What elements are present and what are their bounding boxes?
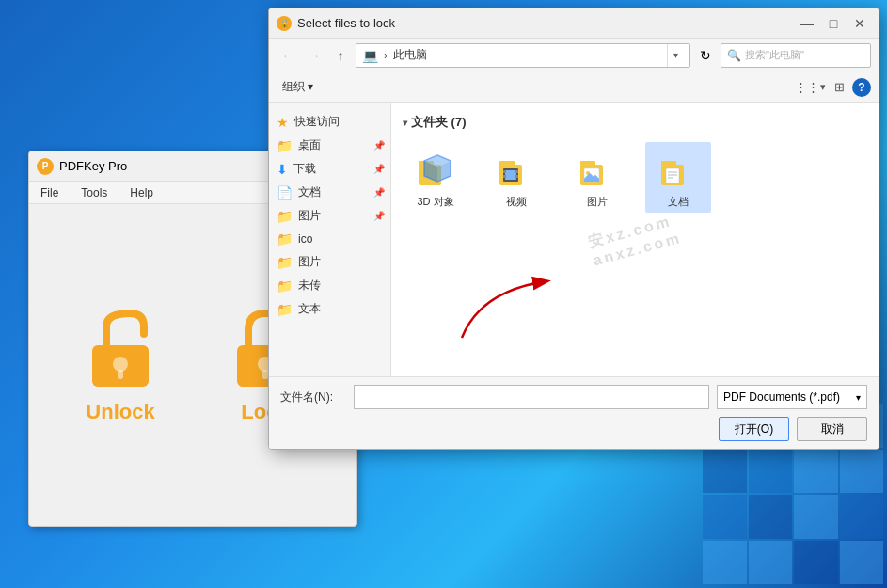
text-icon: 📁: [277, 302, 293, 317]
filename-input[interactable]: [354, 385, 709, 409]
address-toolbar: ← → ↑ 💻 › 此电脑 ▾ ↻ 🔍 搜索"此电脑": [269, 39, 879, 72]
watermark: 安xz.comanxz.com: [586, 210, 684, 269]
documents-icon: 📄: [277, 185, 293, 200]
pictures-label: 图片: [587, 195, 608, 209]
folders-section-label: 文件夹 (7): [411, 114, 467, 131]
view-details-button[interactable]: ⋮⋮: [796, 76, 818, 99]
help-button[interactable]: ?: [852, 78, 871, 97]
downloads-icon: ⬇: [277, 162, 288, 177]
refresh-button[interactable]: ↻: [694, 44, 717, 67]
file-item-documents[interactable]: 文档: [645, 142, 711, 213]
titlebar-controls: — □ ✕: [796, 14, 871, 33]
file-grid: 3D 对象: [399, 138, 871, 216]
nav-unuploaded[interactable]: 📁 未传: [269, 274, 390, 297]
close-button[interactable]: ✕: [848, 14, 871, 33]
documents-label: 文档: [668, 195, 689, 209]
back-button[interactable]: ←: [277, 44, 299, 67]
dialog-title-text: Select files to lock: [297, 16, 796, 30]
svg-point-1: [113, 357, 128, 372]
view-buttons: ⋮⋮ ▾ ⊞ ?: [796, 76, 871, 99]
nav-downloads-label: 下载: [293, 161, 316, 177]
pictures-folder-icon: [577, 148, 618, 189]
file-item-video[interactable]: 视频: [483, 142, 549, 213]
dialog-title-icon: 🔒: [277, 16, 292, 31]
quick-access-icon: ★: [277, 115, 289, 130]
pictures-thumb: [575, 146, 620, 191]
address-bar[interactable]: 💻 › 此电脑 ▾: [356, 43, 690, 68]
menu-tools[interactable]: Tools: [77, 184, 111, 201]
filename-row: 文件名(N): PDF Documents (*.pdf) ▾: [280, 385, 867, 409]
nav-documents[interactable]: 📄 文档 📌: [269, 181, 390, 204]
file-item-3d-objects[interactable]: 3D 对象: [403, 142, 468, 213]
svg-rect-17: [503, 175, 506, 178]
up-button[interactable]: ↑: [329, 44, 352, 67]
downloads-pin-icon: 📌: [373, 164, 385, 174]
nav-text[interactable]: 📁 文本: [269, 297, 390, 321]
documents-pin-icon: 📌: [373, 187, 385, 198]
organize-button[interactable]: 组织 ▾: [277, 77, 319, 97]
svg-rect-21: [580, 161, 595, 167]
3d-objects-thumb: [413, 146, 458, 191]
video-thumb: [494, 146, 539, 191]
address-dropdown-button[interactable]: ▾: [667, 44, 684, 67]
nav-documents-label: 文档: [298, 184, 321, 200]
nav-text-label: 文本: [298, 301, 321, 317]
nav-pictures[interactable]: 📁 图片 📌: [269, 204, 390, 228]
forward-button[interactable]: →: [303, 44, 325, 67]
nav-pane: ★ 快速访问 📁 桌面 📌 ⬇ 下载 📌 📄 文档 📌 📁 图片 �: [269, 103, 391, 376]
action-row: 打开(O) 取消: [280, 417, 867, 441]
nav-ico[interactable]: 📁 ico: [269, 228, 390, 250]
nav-unuploaded-label: 未传: [298, 278, 321, 294]
filetype-dropdown-icon: ▾: [856, 392, 861, 403]
svg-rect-16: [503, 170, 506, 173]
3d-objects-label: 3D 对象: [417, 195, 453, 209]
filetype-label: PDF Documents (*.pdf): [723, 390, 840, 404]
nav-pictures2[interactable]: 📁 图片: [269, 250, 390, 274]
menu-help[interactable]: Help: [126, 184, 157, 201]
pictures-icon: 📁: [277, 209, 293, 224]
unuploaded-icon: 📁: [277, 278, 293, 294]
nav-ico-label: ico: [298, 232, 312, 246]
nav-downloads[interactable]: ⬇ 下载 📌: [269, 157, 390, 181]
open-button[interactable]: 打开(O): [719, 417, 789, 441]
unlock-label: Unlock: [86, 400, 154, 424]
maximize-button[interactable]: □: [822, 14, 845, 33]
search-placeholder: 搜索"此电脑": [745, 48, 804, 62]
unlock-container[interactable]: Unlock: [78, 306, 163, 424]
nav-pictures2-label: 图片: [298, 254, 321, 270]
svg-rect-27: [666, 168, 679, 183]
folders-section-header: ▾ 文件夹 (7): [399, 110, 871, 138]
dialog-titlebar: 🔒 Select files to lock — □ ✕: [269, 8, 879, 39]
view-dropdown-button[interactable]: ▾: [820, 81, 826, 93]
ico-icon: 📁: [277, 231, 293, 246]
nav-pictures-label: 图片: [298, 208, 321, 224]
file-dialog: 🔒 Select files to lock — □ ✕ ← → ↑ 💻 › 此…: [268, 8, 879, 450]
path-separator: ›: [384, 49, 388, 62]
svg-rect-13: [499, 161, 515, 167]
desktop-icon: 📁: [277, 138, 293, 153]
menu-file[interactable]: File: [37, 184, 62, 201]
content-pane: ▾ 文件夹 (7): [391, 103, 879, 376]
documents-thumb: [656, 146, 701, 191]
filetype-select[interactable]: PDF Documents (*.pdf) ▾: [717, 385, 867, 409]
search-box[interactable]: 🔍 搜索"此电脑": [721, 43, 871, 68]
cancel-button[interactable]: 取消: [797, 417, 867, 441]
documents-folder-icon: [657, 148, 699, 189]
path-icon: 💻: [362, 48, 378, 63]
nav-desktop[interactable]: 📁 桌面 📌: [269, 134, 390, 157]
nav-quick-access[interactable]: ★ 快速访问: [269, 110, 390, 134]
svg-rect-26: [661, 161, 676, 167]
view-large-button[interactable]: ⊞: [828, 76, 850, 99]
pdfkey-icon: P: [37, 158, 54, 175]
svg-rect-2: [118, 370, 123, 379]
minimize-button[interactable]: —: [796, 14, 818, 33]
file-item-pictures[interactable]: 图片: [564, 142, 630, 213]
dialog-main: ★ 快速访问 📁 桌面 📌 ⬇ 下载 📌 📄 文档 📌 📁 图片 �: [269, 103, 879, 376]
video-icon: [496, 148, 537, 189]
3d-objects-icon: [415, 148, 456, 189]
svg-rect-15: [505, 170, 516, 180]
pictures-pin-icon: 📌: [373, 211, 385, 221]
svg-rect-19: [515, 175, 518, 178]
filename-label: 文件名(N):: [280, 389, 346, 405]
unlock-icon: [78, 306, 163, 390]
